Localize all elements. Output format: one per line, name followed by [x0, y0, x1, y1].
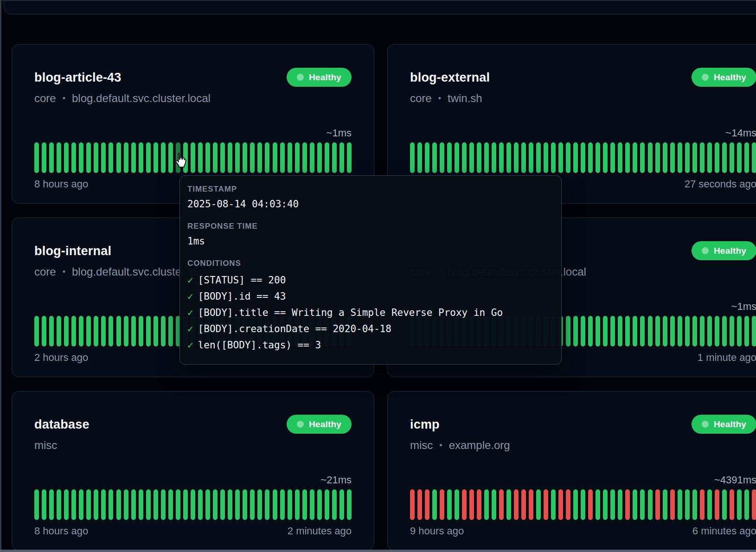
health-bar[interactable]: [440, 142, 444, 173]
health-bar[interactable]: [685, 142, 690, 173]
health-bar[interactable]: [124, 489, 128, 520]
health-bar[interactable]: [49, 142, 54, 173]
health-bar[interactable]: [737, 142, 742, 173]
health-bar[interactable]: [235, 489, 240, 520]
health-bar[interactable]: [310, 489, 314, 520]
health-bar[interactable]: [477, 142, 481, 173]
health-bar[interactable]: [288, 489, 292, 520]
health-bar[interactable]: [514, 142, 519, 173]
health-bar[interactable]: [257, 142, 262, 173]
health-bar[interactable]: [325, 142, 329, 173]
health-bar[interactable]: [250, 489, 255, 520]
health-bar[interactable]: [139, 142, 143, 173]
health-bar[interactable]: [573, 489, 578, 520]
health-bar[interactable]: [700, 316, 705, 347]
health-bar[interactable]: [737, 316, 742, 347]
health-bar[interactable]: [79, 142, 83, 173]
health-bar[interactable]: [347, 142, 352, 173]
health-bar[interactable]: [603, 142, 608, 173]
health-bar[interactable]: [432, 142, 437, 173]
health-bar[interactable]: [670, 316, 675, 347]
health-bar[interactable]: [455, 489, 459, 520]
health-bar[interactable]: [715, 489, 719, 520]
health-bar[interactable]: [340, 142, 344, 173]
health-bar[interactable]: [146, 316, 151, 347]
health-bar[interactable]: [492, 142, 496, 173]
health-bar[interactable]: [116, 316, 121, 347]
health-bar[interactable]: [610, 142, 615, 173]
health-bar[interactable]: [86, 142, 91, 173]
health-bar[interactable]: [610, 316, 615, 347]
health-bar[interactable]: [692, 142, 697, 173]
health-bar[interactable]: [730, 489, 734, 520]
health-bar[interactable]: [573, 142, 578, 173]
health-bar[interactable]: [663, 489, 667, 520]
health-bar[interactable]: [273, 489, 277, 520]
health-bar[interactable]: [529, 142, 533, 173]
health-bar[interactable]: [685, 489, 690, 520]
health-bar[interactable]: [57, 316, 61, 347]
health-bar[interactable]: [340, 489, 344, 520]
health-bar[interactable]: [228, 489, 232, 520]
health-bar[interactable]: [273, 142, 277, 173]
health-bar[interactable]: [663, 142, 667, 173]
health-bar[interactable]: [57, 142, 61, 173]
health-bar[interactable]: [139, 489, 143, 520]
health-bar[interactable]: [581, 316, 585, 347]
health-bar[interactable]: [648, 142, 653, 173]
health-bar[interactable]: [588, 489, 593, 520]
health-bar[interactable]: [499, 489, 504, 520]
health-bar[interactable]: [603, 489, 608, 520]
health-bar[interactable]: [752, 489, 756, 520]
health-bar[interactable]: [64, 489, 69, 520]
health-bar[interactable]: [655, 142, 660, 173]
health-bar[interactable]: [86, 316, 91, 347]
health-bar[interactable]: [596, 489, 600, 520]
health-bar[interactable]: [64, 142, 69, 173]
health-bar[interactable]: [191, 142, 195, 173]
health-bar[interactable]: [462, 489, 467, 520]
health-bar[interactable]: [49, 316, 54, 347]
health-bar[interactable]: [707, 489, 712, 520]
health-bar[interactable]: [317, 489, 322, 520]
health-bar[interactable]: [536, 489, 541, 520]
health-bar[interactable]: [566, 316, 570, 347]
health-bar[interactable]: [417, 489, 422, 520]
health-bar[interactable]: [625, 316, 630, 347]
health-bar[interactable]: [514, 489, 519, 520]
health-bar[interactable]: [447, 142, 452, 173]
health-bar[interactable]: [707, 316, 712, 347]
health-bar[interactable]: [317, 142, 322, 173]
health-bar[interactable]: [558, 489, 563, 520]
health-bar[interactable]: [596, 316, 600, 347]
health-bar[interactable]: [633, 316, 637, 347]
service-card-database[interactable]: databaseHealthymisc~21ms8 hours ago2 min…: [12, 391, 374, 551]
health-bar[interactable]: [670, 142, 675, 173]
health-bar[interactable]: [566, 142, 570, 173]
health-bar[interactable]: [168, 489, 173, 520]
health-bar[interactable]: [640, 142, 645, 173]
health-bar[interactable]: [205, 142, 210, 173]
health-bar[interactable]: [544, 489, 548, 520]
health-bar[interactable]: [42, 489, 46, 520]
health-bar[interactable]: [752, 316, 756, 347]
health-bar[interactable]: [57, 489, 61, 520]
health-bar[interactable]: [469, 142, 474, 173]
health-bar[interactable]: [154, 142, 158, 173]
health-bar[interactable]: [744, 489, 749, 520]
health-bar[interactable]: [477, 489, 481, 520]
health-bar[interactable]: [715, 316, 719, 347]
health-bar[interactable]: [655, 489, 660, 520]
health-bar[interactable]: [64, 316, 69, 347]
health-bar[interactable]: [685, 316, 690, 347]
health-bar[interactable]: [425, 489, 429, 520]
health-bar[interactable]: [625, 142, 630, 173]
health-bar[interactable]: [648, 489, 653, 520]
health-bar[interactable]: [633, 142, 637, 173]
health-bar[interactable]: [79, 316, 83, 347]
health-bar[interactable]: [161, 316, 166, 347]
health-bar[interactable]: [295, 142, 300, 173]
health-bar[interactable]: [94, 489, 98, 520]
health-bar[interactable]: [220, 489, 225, 520]
health-bar[interactable]: [280, 489, 285, 520]
